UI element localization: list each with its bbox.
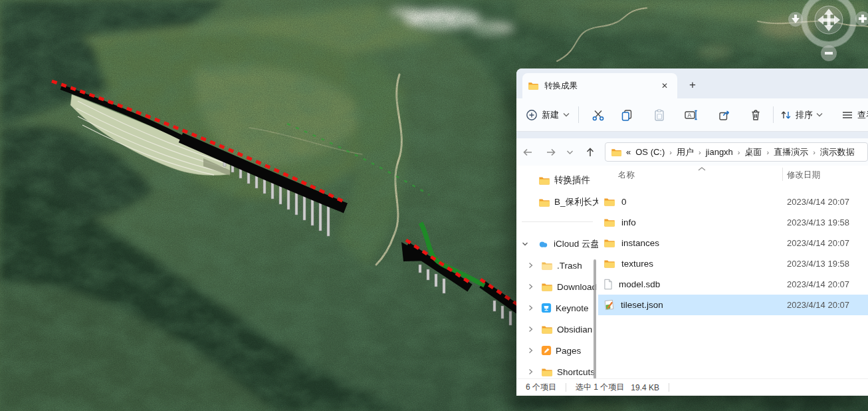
new-tab-button[interactable]: +: [684, 76, 701, 94]
breadcrumb-desktop[interactable]: 桌面: [745, 146, 762, 158]
breadcrumb-jiangxh[interactable]: jiangxh: [706, 147, 733, 157]
cut-button[interactable]: [586, 103, 610, 126]
folder-icon: [603, 197, 615, 207]
folder-icon: [528, 81, 539, 90]
zoom-out-button[interactable]: [821, 45, 837, 61]
toolbar-divider: [578, 106, 579, 123]
pan-control[interactable]: [815, 6, 843, 34]
chevron-down-icon: [816, 112, 823, 117]
copy-button[interactable]: [615, 103, 639, 126]
file-date: 2023/4/14 20:07: [787, 279, 849, 289]
folder-icon: [541, 325, 553, 335]
sidebar-item-b-baoli[interactable]: B_保利长大: [516, 195, 598, 209]
chevron-right-icon[interactable]: [528, 326, 533, 333]
delete-button[interactable]: [744, 103, 768, 126]
view-lines-icon: [841, 110, 853, 120]
toolbar-divider: [773, 106, 774, 123]
sidebar-item-pages[interactable]: Pages: [516, 343, 581, 358]
view-button-label: 查看: [857, 109, 868, 121]
explorer-content: 转换插件 B_保利长大 iCloud 云盘: [516, 166, 868, 379]
sidebar-item-label: 转换插件: [554, 174, 590, 186]
tab-conversion-results[interactable]: 转换成果 ✕: [522, 73, 677, 98]
chevron-down-icon[interactable]: [522, 241, 528, 247]
folder-icon: [541, 367, 553, 377]
sidebar-item-label: iCloud 云盘: [554, 238, 598, 250]
tab-close-button[interactable]: ✕: [657, 78, 672, 93]
arrow-up-icon: [584, 146, 596, 158]
share-button[interactable]: [712, 103, 736, 126]
file-row-tileset-json-selected[interactable]: tileset.json 2023/4/14 20:07: [598, 295, 868, 315]
breadcrumb-live-demo[interactable]: 直播演示: [774, 146, 808, 158]
rename-icon: A: [684, 108, 699, 122]
sidebar-item-label: .Trash: [557, 261, 582, 271]
chevron-right-icon[interactable]: [528, 283, 533, 290]
chevron-right-icon[interactable]: [528, 262, 533, 269]
sidebar-item-shortcuts[interactable]: Shortcuts: [516, 364, 595, 379]
view-button[interactable]: 查看: [841, 98, 868, 131]
status-divider: [669, 383, 669, 392]
file-name: model.sdb: [619, 279, 660, 289]
file-name: tileset.json: [621, 300, 663, 310]
file-row-textures[interactable]: textures 2023/4/13 19:58: [598, 253, 868, 274]
sidebar-item-obsidian[interactable]: Obsidian: [516, 322, 592, 337]
arrow-left-icon: [522, 146, 534, 158]
status-bar: 6 个项目 选中 1 个项目 19.4 KB: [516, 378, 868, 396]
folder-icon: [603, 217, 615, 227]
sidebar-item-label: Obsidian: [557, 325, 592, 335]
sidebar-item-keynote[interactable]: Keynote: [516, 301, 589, 315]
sidebar-item-download[interactable]: Download: [516, 279, 597, 294]
file-date: 2023/4/14 20:07: [787, 300, 849, 310]
sidebar-item-conversion-plugin[interactable]: 转换插件: [516, 173, 590, 188]
file-row-0[interactable]: 0 2023/4/14 20:07: [598, 192, 868, 212]
file-date: 2023/4/13 19:58: [787, 217, 849, 227]
recent-locations-button[interactable]: [563, 144, 576, 161]
sidebar-item-icloud-drive[interactable]: iCloud 云盘: [516, 237, 598, 251]
sort-button[interactable]: 排序: [780, 98, 823, 131]
chevron-down-icon: [566, 150, 574, 155]
file-row-info[interactable]: info 2023/4/13 19:58: [598, 212, 868, 233]
file-name: info: [621, 217, 636, 227]
folder-icon: [538, 176, 550, 186]
breadcrumb-separator: ›: [699, 148, 701, 156]
folder-icon: [541, 261, 553, 271]
column-header-date[interactable]: 修改日期: [787, 170, 820, 181]
icloud-icon: [537, 239, 550, 249]
up-button[interactable]: [582, 144, 599, 161]
svg-text:A: A: [688, 112, 692, 118]
new-button[interactable]: 新建: [526, 98, 570, 131]
address-bar[interactable]: « OS (C:) › 用户 › jiangxh › 桌面 › 直播演示 › 演…: [605, 142, 868, 162]
file-row-instances[interactable]: instances 2023/4/14 20:07: [598, 233, 868, 253]
tilt-button[interactable]: [788, 12, 803, 27]
sidebar-item-label: Keynote: [556, 303, 589, 313]
chevron-right-icon[interactable]: [528, 368, 533, 375]
sidebar-scrollbar[interactable]: [594, 259, 596, 379]
trash-icon: [749, 108, 762, 122]
chevron-right-icon[interactable]: [528, 305, 533, 311]
window-band: [516, 132, 868, 138]
back-button[interactable]: [519, 144, 536, 161]
selection-count: 选中 1 个项目: [576, 382, 624, 393]
column-header-name[interactable]: 名称: [618, 170, 635, 181]
file-row-model-sdb[interactable]: model.sdb 2023/4/14 20:07: [598, 274, 868, 295]
copy-icon: [620, 108, 633, 122]
column-divider[interactable]: [782, 168, 783, 181]
paste-button[interactable]: [647, 103, 671, 126]
share-icon: [718, 108, 731, 122]
zoom-in-button[interactable]: [855, 11, 868, 26]
breadcrumb-os-c[interactable]: OS (C:): [635, 147, 665, 157]
file-list-header: 名称 修改日期: [598, 167, 868, 182]
rename-button[interactable]: A: [679, 103, 703, 126]
folder-icon: [538, 198, 550, 207]
chevron-right-icon[interactable]: [528, 347, 533, 354]
breadcrumb-demo-data[interactable]: 演示数据: [820, 146, 855, 158]
breadcrumb-users[interactable]: 用户: [677, 146, 694, 158]
forward-button[interactable]: [542, 144, 560, 161]
address-row: « OS (C:) › 用户 › jiangxh › 桌面 › 直播演示 › 演…: [516, 138, 868, 166]
navigation-compass-widget[interactable]: [784, 0, 868, 67]
sort-ascending-caret-icon: [698, 167, 706, 171]
sidebar-item-trash[interactable]: .Trash: [516, 258, 582, 273]
folder-icon: [603, 238, 615, 248]
folder-icon: [603, 259, 615, 269]
json-file-icon: [603, 299, 615, 311]
breadcrumb-overflow[interactable]: «: [626, 147, 631, 157]
